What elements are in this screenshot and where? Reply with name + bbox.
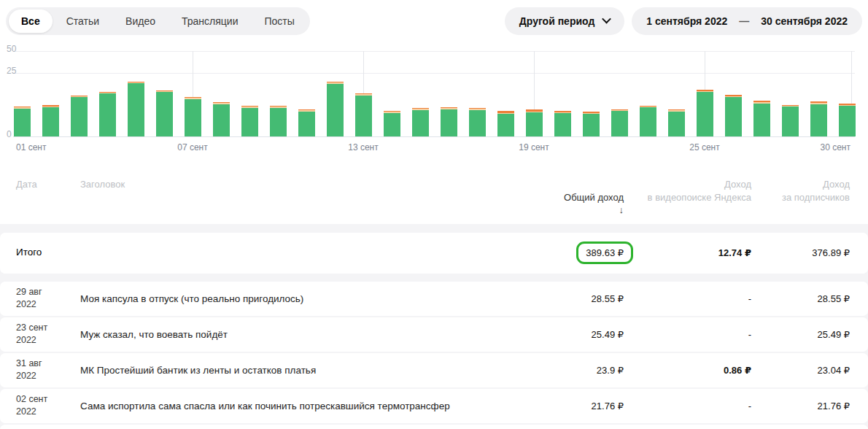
table-row[interactable]: 27 авг2022Спонтанные пошивы - самые душе… xyxy=(0,425,868,429)
bar-day-01[interactable] xyxy=(14,107,31,136)
bar-day-21[interactable] xyxy=(583,112,600,136)
period-controls: Другой период 1 сентября 2022 — 30 сентя… xyxy=(505,7,862,35)
bar-day-14[interactable] xyxy=(384,111,400,136)
tab-all[interactable]: Все xyxy=(9,9,53,33)
row-total-income: 25.49 ₽ xyxy=(507,329,624,340)
tab-streams[interactable]: Трансляции xyxy=(169,9,250,33)
bar-segment-subscribers xyxy=(14,109,31,136)
bar-day-12[interactable] xyxy=(327,82,344,136)
bar-segment-subscribers xyxy=(753,104,770,136)
row-video-income: 0.86 ₽ xyxy=(624,365,751,376)
period-dropdown-label: Другой период xyxy=(519,15,594,27)
publication-rows: 29 авг2022Моя капсула в отпуск (что реал… xyxy=(0,282,868,429)
bar-segment-subscribers xyxy=(583,114,600,136)
bar-segment-subscribers xyxy=(441,109,457,136)
row-video-income: - xyxy=(624,401,751,411)
bar-segment-subscribers xyxy=(128,83,144,136)
row-date: 23 сент2022 xyxy=(16,322,80,347)
header-total-income-sort[interactable]: Общий доход ↓ xyxy=(507,178,624,217)
tab-articles[interactable]: Статьи xyxy=(54,9,112,33)
bar-day-27[interactable] xyxy=(753,101,770,136)
bar-day-24[interactable] xyxy=(668,109,685,136)
bar-segment-subscribers xyxy=(327,84,344,136)
row-title[interactable]: МК Простейший бантик из ленты и остатков… xyxy=(80,365,507,376)
tab-posts[interactable]: Посты xyxy=(252,9,306,33)
totals-video-income: 12.74 ₽ xyxy=(624,247,751,258)
bar-day-03[interactable] xyxy=(71,96,88,136)
bar-segment-subscribers xyxy=(412,110,429,136)
bar-day-07[interactable] xyxy=(185,97,201,136)
bar-day-08[interactable] xyxy=(213,102,230,136)
x-tick-3: 13 сент xyxy=(348,142,378,152)
table-header: Дата Заголовок Общий доход ↓ Доход в вид… xyxy=(0,169,868,224)
bar-day-13[interactable] xyxy=(355,93,372,136)
bar-segment-subscribers xyxy=(782,107,799,136)
bar-segment-subscribers xyxy=(611,111,628,136)
bar-segment-subscribers xyxy=(71,97,88,136)
bar-day-06[interactable] xyxy=(156,90,173,136)
header-subscriber-income: Доход за подписчиков xyxy=(751,178,850,204)
x-tick-2: 07 сент xyxy=(177,142,207,152)
x-tick-6: 30 сент xyxy=(821,142,850,152)
bar-segment-subscribers xyxy=(270,108,287,136)
income-table: Дата Заголовок Общий доход ↓ Доход в вид… xyxy=(0,169,868,429)
bar-segment-subscribers xyxy=(497,114,514,136)
bar-day-09[interactable] xyxy=(241,106,258,136)
period-dropdown[interactable]: Другой период xyxy=(505,7,624,35)
x-tick-4: 19 сент xyxy=(519,142,549,152)
bar-segment-subscribers xyxy=(810,104,827,136)
table-row[interactable]: 23 сент2022Муж сказал, что воевать пойдё… xyxy=(0,317,868,352)
bar-segment-subscribers xyxy=(526,112,543,136)
row-subscriber-income: 28.55 ₽ xyxy=(751,293,850,304)
bar-day-25[interactable] xyxy=(697,90,713,136)
bar-day-29[interactable] xyxy=(810,101,827,136)
bar-segment-subscribers xyxy=(725,97,742,136)
row-subscriber-income: 21.76 ₽ xyxy=(751,401,850,411)
row-title[interactable]: Сама испортила сама спасла или как почин… xyxy=(80,401,507,411)
bar-day-23[interactable] xyxy=(640,106,656,136)
date-range-picker[interactable]: 1 сентября 2022 — 30 сентября 2022 xyxy=(632,7,862,35)
bar-segment-subscribers xyxy=(697,92,713,136)
bar-day-22[interactable] xyxy=(611,109,628,136)
row-title[interactable]: Муж сказал, что воевать пойдёт xyxy=(80,329,507,340)
bar-day-30[interactable] xyxy=(839,104,856,136)
bar-day-18[interactable] xyxy=(497,111,514,136)
table-row[interactable]: 29 авг2022Моя капсула в отпуск (что реал… xyxy=(0,282,868,316)
bar-day-05[interactable] xyxy=(128,82,144,136)
top-bar: ВсеСтатьиВидеоТрансляцииПосты Другой пер… xyxy=(0,0,868,35)
row-video-income: - xyxy=(624,329,751,340)
date-from[interactable]: 1 сентября 2022 xyxy=(646,15,727,27)
totals-subscriber-income: 376.89 ₽ xyxy=(751,247,850,258)
date-to[interactable]: 30 сентября 2022 xyxy=(761,15,848,27)
bar-day-16[interactable] xyxy=(441,107,457,136)
row-subscriber-income: 23.04 ₽ xyxy=(751,365,850,376)
chevron-down-icon xyxy=(602,14,611,23)
bar-day-15[interactable] xyxy=(412,108,429,136)
bar-day-17[interactable] xyxy=(469,108,486,136)
totals-label: Итого xyxy=(16,246,80,260)
bar-day-20[interactable] xyxy=(554,111,571,136)
date-separator: — xyxy=(739,15,749,27)
bar-day-04[interactable] xyxy=(99,92,116,137)
row-title[interactable]: Моя капсула в отпуск (что реально пригод… xyxy=(80,293,507,304)
bar-day-28[interactable] xyxy=(782,105,799,136)
bar-day-19[interactable] xyxy=(526,109,543,136)
bar-segment-subscribers xyxy=(213,104,230,136)
bar-day-10[interactable] xyxy=(270,106,287,136)
bar-day-11[interactable] xyxy=(298,109,315,136)
content-type-tabs: ВсеСтатьиВидеоТрансляцииПосты xyxy=(6,7,310,35)
bar-day-26[interactable] xyxy=(725,95,742,136)
table-body: Итого 389.63 ₽ 12.74 ₽ 376.89 ₽ 29 авг20… xyxy=(0,224,868,429)
row-video-income: - xyxy=(624,293,751,304)
bar-segment-subscribers xyxy=(640,107,656,136)
x-tick-5: 25 сент xyxy=(689,142,719,152)
bar-day-02[interactable] xyxy=(42,105,59,136)
bar-segment-subscribers xyxy=(384,113,400,136)
table-row[interactable]: 31 авг2022МК Простейший бантик из ленты … xyxy=(0,353,868,387)
bar-segment-subscribers xyxy=(99,93,116,136)
row-total-income: 28.55 ₽ xyxy=(507,293,624,304)
tab-video[interactable]: Видео xyxy=(113,9,168,33)
table-row[interactable]: 02 сент2022Сама испортила сама спасла ил… xyxy=(0,389,868,423)
header-video-income: Доход в видеопоиске Яндекса xyxy=(624,178,751,204)
chart-bars xyxy=(0,51,868,136)
